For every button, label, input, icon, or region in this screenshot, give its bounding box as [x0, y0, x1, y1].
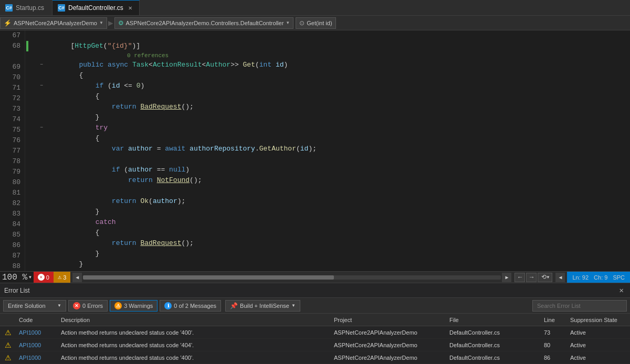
error-count: 0 — [46, 274, 49, 281]
filter-messages-label: 0 of 2 Messages — [174, 303, 216, 309]
gutter — [25, 30, 35, 271]
build-filter-label: Build + IntelliSense — [240, 303, 289, 309]
panel-close-btn[interactable]: ✕ — [617, 285, 626, 296]
code-line-80: return NotFound(); — [38, 175, 630, 186]
method-dropdown[interactable]: ⊙ Get(int id) — [296, 17, 335, 29]
cs-icon-active: C# — [58, 4, 65, 12]
h-scroll-thumb[interactable] — [83, 275, 334, 280]
warning-icon-1: ⚠ — [5, 328, 12, 337]
filter-pin-icon: 📌 — [230, 302, 238, 309]
project-dropdown-label: ASPNetCore2APIAnalyzerDemo — [14, 20, 97, 26]
error-table[interactable]: Code Description Project File Line Suppr… — [0, 314, 630, 364]
history-btn[interactable]: ⟲▼ — [538, 273, 552, 282]
filter-errors-btn[interactable]: ✕ 0 Errors — [68, 300, 108, 312]
class-dropdown[interactable]: ⚙ ASPNetCore2APIAnalyzerDemo.Controllers… — [114, 17, 294, 29]
row1-project: ASPNetCore2APIAnalyzerDemo — [331, 329, 446, 336]
row2-project: ASPNetCore2APIAnalyzerDemo — [331, 342, 446, 348]
code-line-88: } — [38, 259, 630, 270]
table-row[interactable]: ⚠ API1000 Action method returns undeclar… — [0, 351, 630, 364]
tab-bar: C# Startup.cs C# DefaultController.cs ✕ — [0, 0, 630, 16]
code-line-75: − try — [38, 123, 630, 133]
row1-line: 73 — [541, 329, 567, 336]
search-input[interactable] — [537, 303, 622, 309]
warning-status[interactable]: ⚠ 3 — [54, 272, 70, 283]
code-line-72: { — [38, 91, 630, 102]
code-line-67 — [38, 30, 630, 41]
fold-btn-75[interactable]: − — [38, 124, 45, 132]
back-btn[interactable]: ← — [514, 273, 525, 282]
table-row[interactable]: ⚠ API1000 Action method returns undeclar… — [0, 326, 630, 339]
scope-dropdown[interactable]: Entire Solution ▼ — [3, 300, 66, 312]
code-line-78 — [38, 154, 630, 165]
forward-btn[interactable]: → — [526, 273, 537, 282]
position-status: Ln: 92 Ch: 9 SPC — [567, 272, 630, 283]
error-filter-icon: ✕ — [73, 302, 80, 309]
code-line-77: var author = await authorRepository.GetA… — [38, 144, 630, 154]
row3-suppression: Active — [567, 355, 630, 361]
row1-suppression: Active — [567, 329, 630, 336]
error-status[interactable]: ✕ 0 — [34, 272, 54, 283]
code-content[interactable]: [HttpGet("{id}")] 0 references − public … — [35, 30, 630, 271]
scope-arrow: ▼ — [57, 303, 61, 308]
tab-defaultcontroller[interactable]: C# DefaultController.cs ✕ — [52, 0, 140, 15]
filter-messages-btn[interactable]: ℹ 0 of 2 Messages — [160, 300, 221, 312]
h-scroll-track[interactable] — [83, 275, 501, 280]
panel-toolbar: Entire Solution ▼ ✕ 0 Errors ⚠ 3 Warning… — [0, 298, 630, 314]
row2-file: DefaultController.cs — [446, 342, 541, 348]
row1-icon-cell: ⚠ — [0, 328, 16, 337]
tab-startup[interactable]: C# Startup.cs — [0, 0, 52, 15]
header-code[interactable]: Code — [16, 317, 58, 323]
code-line-73: return BadRequest(); — [38, 102, 630, 112]
code-line-87: } — [38, 249, 630, 259]
row2-suppression: Active — [567, 342, 630, 348]
refs-line: 0 references — [38, 51, 630, 60]
table-row[interactable]: ⚠ API1000 Action method returns undeclar… — [0, 339, 630, 351]
project-dropdown[interactable]: ⚡ ASPNetCore2APIAnalyzerDemo ▼ — [0, 17, 107, 29]
header-project[interactable]: Project — [331, 317, 446, 323]
tab-close-button[interactable]: ✕ — [127, 4, 134, 12]
build-filter-btn[interactable]: 📌 Build + IntelliSense ▼ — [225, 300, 300, 312]
header-line[interactable]: Line — [541, 317, 567, 323]
search-box[interactable] — [532, 300, 627, 312]
zoom-control[interactable]: 100 % ▼ — [0, 273, 34, 282]
warning-filter-icon: ⚠ — [114, 302, 122, 309]
tab-startup-label: Startup.cs — [16, 4, 44, 12]
row3-line: 86 — [541, 355, 567, 361]
code-line-86: return BadRequest(); — [38, 238, 630, 249]
header-description[interactable]: Description — [58, 317, 331, 323]
tab-defaultcontroller-label: DefaultController.cs — [68, 4, 123, 12]
row3-icon-cell: ⚠ — [0, 354, 16, 362]
row3-code: API1000 — [16, 355, 58, 361]
line-position: Ln: 92 — [572, 274, 589, 281]
header-file[interactable]: File — [446, 317, 541, 323]
scope-label: Entire Solution — [8, 303, 46, 309]
header-suppression[interactable]: Suppression State — [567, 317, 630, 323]
code-line-83: } — [38, 207, 630, 217]
encoding-label: SPC — [613, 274, 625, 281]
nav-separator: ▶ — [108, 18, 113, 28]
nav-bar: ⚡ ASPNetCore2APIAnalyzerDemo ▼ ▶ ⚙ ASPNe… — [0, 16, 630, 30]
cs-icon: C# — [5, 4, 13, 12]
code-line-79: if (author == null) — [38, 165, 630, 175]
code-line-84: catch — [38, 217, 630, 228]
code-line-74: } — [38, 112, 630, 123]
table-header: Code Description Project File Line Suppr… — [0, 314, 630, 326]
message-filter-icon: ℹ — [164, 302, 172, 309]
project-icon: ⚡ — [4, 19, 12, 27]
code-line-76: { — [38, 133, 630, 144]
fold-btn-69[interactable]: − — [38, 61, 45, 69]
filter-warnings-label: 3 Warnings — [124, 303, 153, 309]
zoom-arrow: ▼ — [29, 275, 32, 280]
row2-code: API1000 — [16, 342, 58, 348]
row2-description: Action method returns undeclared status … — [58, 342, 331, 348]
code-area[interactable]: 67 68 69 70 71 72 73 74 75 76 77 78 79 8… — [0, 30, 630, 271]
bottom-bar: 100 % ▼ ✕ 0 ⚠ 3 ◀ ▶ ← → ⟲▼ ◀ — [0, 271, 630, 283]
row3-description: Action method returns undeclared status … — [58, 355, 331, 361]
fold-btn-71[interactable]: − — [38, 82, 45, 90]
code-line-69: − public async Task<ActionResult<Author>… — [38, 60, 630, 70]
filter-warnings-btn[interactable]: ⚠ 3 Warnings — [110, 300, 158, 312]
scroll-right-btn[interactable]: ▶ — [502, 273, 511, 282]
scroll-left-btn[interactable]: ◀ — [72, 273, 82, 282]
error-status-icon: ✕ — [38, 274, 45, 281]
scroll-up-btn[interactable]: ◀ — [555, 273, 565, 282]
